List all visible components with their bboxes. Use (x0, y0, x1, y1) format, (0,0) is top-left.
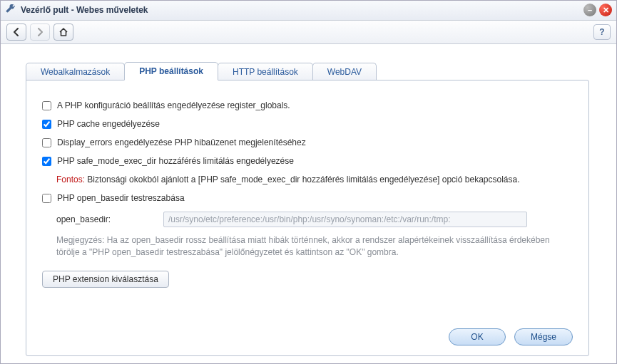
option-php-cache: PHP cache engedélyezése (42, 119, 573, 129)
settings-panel: A PHP konfiguráció beállítás engedélyezé… (26, 80, 589, 356)
close-button[interactable]: ✕ (599, 4, 612, 16)
option-safe-mode: PHP safe_mode_exec_dir hozzáférés limitá… (42, 156, 573, 166)
checkbox-php-cache[interactable] (42, 120, 51, 129)
forward-button[interactable] (30, 24, 50, 41)
label-register-globals: A PHP konfiguráció beállítás engedélyezé… (57, 100, 290, 110)
tab-http-beallitasok[interactable]: HTTP beállítások (218, 63, 313, 80)
option-open-basedir-custom: PHP open_basedir testreszabása (42, 193, 573, 203)
safe-mode-note-prefix: Fontos: (56, 175, 85, 184)
open-basedir-row: open_basedir: (56, 212, 573, 227)
minimize-button[interactable]: – (583, 4, 596, 16)
content-area: Webalkalmazások PHP beállítások HTTP beá… (1, 44, 616, 363)
open-basedir-note: Megjegyzés: Ha az open_basedir rossz beá… (56, 234, 573, 259)
checkbox-safe-mode[interactable] (42, 157, 51, 166)
window: Vezérlő pult - Webes műveletek – ✕ ? Web… (0, 0, 617, 364)
open-basedir-label: open_basedir: (56, 214, 156, 224)
label-php-cache: PHP cache engedélyezése (57, 119, 160, 129)
wrench-icon (5, 4, 16, 16)
label-open-basedir-custom: PHP open_basedir testreszabása (57, 193, 185, 203)
tab-webdav[interactable]: WebDAV (312, 63, 377, 80)
label-safe-mode: PHP safe_mode_exec_dir hozzáférés limitá… (57, 156, 294, 166)
checkbox-display-errors[interactable] (42, 138, 51, 147)
back-button[interactable] (6, 24, 26, 41)
ok-button[interactable]: OK (449, 328, 506, 345)
tab-webalkalmazasok[interactable]: Webalkalmazások (26, 63, 125, 80)
cancel-button[interactable]: Mégse (514, 328, 573, 345)
tab-php-beallitasok[interactable]: PHP beállítások (124, 62, 218, 80)
titlebar: Vezérlő pult - Webes műveletek – ✕ (1, 1, 616, 21)
safe-mode-note-row: Fontos: Biztonsági okokból ajánlott a [P… (56, 175, 573, 184)
home-button[interactable] (53, 24, 73, 41)
option-register-globals: A PHP konfiguráció beállítás engedélyezé… (42, 100, 573, 110)
window-title: Vezérlő pult - Webes műveletek (21, 5, 581, 15)
checkbox-register-globals[interactable] (42, 101, 51, 110)
footer-buttons: OK Mégse (449, 328, 573, 345)
tabstrip: Webalkalmazások PHP beállítások HTTP beá… (26, 60, 601, 80)
open-basedir-input[interactable] (163, 212, 527, 227)
php-extension-button[interactable]: PHP extension kiválasztása (42, 271, 169, 288)
open-basedir-note-row: Megjegyzés: Ha az open_basedir rossz beá… (56, 234, 573, 259)
label-display-errors: Display_errors engedélyezése PHP hibaüze… (57, 137, 306, 147)
safe-mode-note: Biztonsági okokból ajánlott a [PHP safe_… (85, 175, 519, 184)
option-display-errors: Display_errors engedélyezése PHP hibaüze… (42, 137, 573, 147)
help-button[interactable]: ? (593, 24, 611, 40)
checkbox-open-basedir-custom[interactable] (42, 194, 51, 203)
nav-toolbar: ? (1, 21, 616, 44)
